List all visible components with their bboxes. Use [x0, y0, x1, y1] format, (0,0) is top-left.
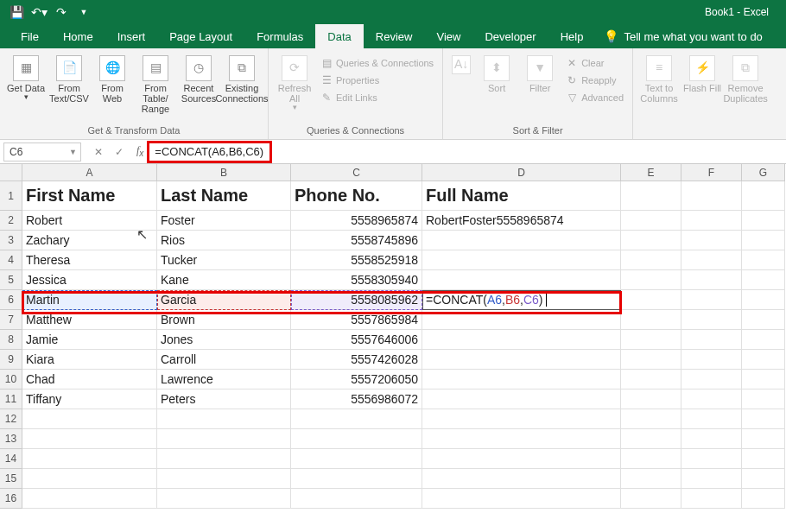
tab-formulas[interactable]: Formulas	[244, 24, 315, 48]
cell[interactable]: Carroll	[157, 350, 291, 370]
row-header-16[interactable]: 16	[0, 489, 22, 509]
tab-file[interactable]: File	[9, 24, 51, 48]
cell[interactable]	[681, 231, 742, 250]
cell[interactable]	[157, 469, 291, 489]
cell[interactable]: Garcia	[157, 290, 291, 310]
tab-data[interactable]: Data	[315, 24, 363, 48]
cell[interactable]: Martin	[22, 290, 157, 310]
cell[interactable]	[291, 489, 422, 509]
cell[interactable]	[742, 350, 785, 370]
cell[interactable]	[681, 250, 742, 270]
row-header-12[interactable]: 12	[0, 409, 22, 429]
cell[interactable]	[621, 270, 681, 290]
undo-icon[interactable]: ↶▾	[29, 3, 48, 22]
cell[interactable]	[681, 429, 742, 449]
cell[interactable]	[742, 390, 785, 409]
cell[interactable]	[422, 231, 621, 250]
save-icon[interactable]: 💾	[7, 3, 26, 22]
col-header-e[interactable]: E	[621, 164, 681, 181]
cell[interactable]: Jones	[157, 330, 291, 350]
cell[interactable]	[742, 330, 785, 350]
cell[interactable]: 5556986072	[291, 390, 422, 409]
cell[interactable]	[621, 390, 681, 409]
cell[interactable]	[22, 489, 157, 509]
col-header-a[interactable]: A	[22, 164, 157, 181]
dropdown-icon[interactable]: ▼	[69, 148, 77, 156]
tab-developer[interactable]: Developer	[472, 24, 548, 48]
tab-help[interactable]: Help	[548, 24, 596, 48]
row-header-1[interactable]: 1	[0, 181, 22, 211]
cell[interactable]: Peters	[157, 390, 291, 409]
cell[interactable]	[157, 429, 291, 449]
refresh-all-button[interactable]: ⟳Refresh All▾	[274, 52, 315, 112]
cell[interactable]	[681, 370, 742, 390]
cell[interactable]	[422, 489, 621, 509]
cell[interactable]	[742, 469, 785, 489]
cell[interactable]: =CONCAT(A6,B6,C6)	[422, 290, 621, 310]
properties-button[interactable]: ☰Properties	[317, 73, 437, 88]
cell[interactable]: 5557206050	[291, 370, 422, 390]
cell[interactable]	[621, 290, 681, 310]
tab-page-layout[interactable]: Page Layout	[157, 24, 244, 48]
tab-review[interactable]: Review	[364, 24, 425, 48]
cell[interactable]: Jamie	[22, 330, 157, 350]
row-header-6[interactable]: 6	[0, 290, 22, 310]
flash-fill-button[interactable]: ⚡Flash Fill	[681, 52, 723, 93]
cancel-icon[interactable]: ✕	[90, 146, 107, 158]
cell[interactable]	[621, 469, 681, 489]
cell[interactable]	[681, 290, 742, 310]
cell[interactable]	[291, 449, 422, 469]
existing-connections-button[interactable]: ⧉Existing Connections	[221, 52, 263, 104]
cell[interactable]	[22, 429, 157, 449]
cell[interactable]	[621, 409, 681, 429]
cell[interactable]: Matthew	[22, 310, 157, 330]
cell[interactable]	[621, 489, 681, 509]
cell[interactable]	[681, 211, 742, 231]
cell[interactable]: Last Name	[157, 181, 291, 211]
cell[interactable]	[681, 489, 742, 509]
row-header-7[interactable]: 7	[0, 310, 22, 330]
select-all-corner[interactable]	[0, 164, 22, 181]
cell[interactable]	[681, 469, 742, 489]
row-header-14[interactable]: 14	[0, 449, 22, 469]
cell[interactable]: 5557865984	[291, 310, 422, 330]
row-header-11[interactable]: 11	[0, 390, 22, 409]
from-table-button[interactable]: ▤From Table/ Range	[135, 52, 176, 114]
remove-duplicates-button[interactable]: ⧉Remove Duplicates	[725, 52, 766, 104]
cell[interactable]	[621, 250, 681, 270]
cell[interactable]	[157, 489, 291, 509]
cell[interactable]: First Name	[22, 181, 157, 211]
redo-icon[interactable]: ↷	[52, 3, 71, 22]
col-header-c[interactable]: C	[291, 164, 422, 181]
row-header-3[interactable]: 3	[0, 231, 22, 250]
row-header-2[interactable]: 2	[0, 211, 22, 231]
cell[interactable]	[681, 390, 742, 409]
cell[interactable]	[22, 469, 157, 489]
tab-insert[interactable]: Insert	[105, 24, 158, 48]
col-header-d[interactable]: D	[422, 164, 621, 181]
cell[interactable]: Rios	[157, 231, 291, 250]
cell[interactable]	[742, 429, 785, 449]
cell[interactable]: Jessica	[22, 270, 157, 290]
cell[interactable]	[621, 449, 681, 469]
from-csv-button[interactable]: 📄From Text/CSV	[48, 52, 90, 104]
cell[interactable]: Phone No.	[291, 181, 422, 211]
cell[interactable]	[742, 231, 785, 250]
row-header-4[interactable]: 4	[0, 250, 22, 270]
enter-icon[interactable]: ✓	[111, 146, 128, 158]
cell[interactable]	[422, 449, 621, 469]
fx-icon[interactable]: fx	[133, 144, 147, 158]
cell[interactable]: Theresa	[22, 250, 157, 270]
cell[interactable]	[742, 250, 785, 270]
row-header-8[interactable]: 8	[0, 330, 22, 350]
cell[interactable]	[621, 370, 681, 390]
cell[interactable]	[422, 250, 621, 270]
row-header-13[interactable]: 13	[0, 429, 22, 449]
advanced-button[interactable]: ▽Advanced	[562, 90, 627, 105]
cell[interactable]	[621, 310, 681, 330]
cell[interactable]	[742, 489, 785, 509]
cell[interactable]	[291, 429, 422, 449]
cell[interactable]	[742, 290, 785, 310]
cell[interactable]	[422, 310, 621, 330]
cell[interactable]	[742, 370, 785, 390]
